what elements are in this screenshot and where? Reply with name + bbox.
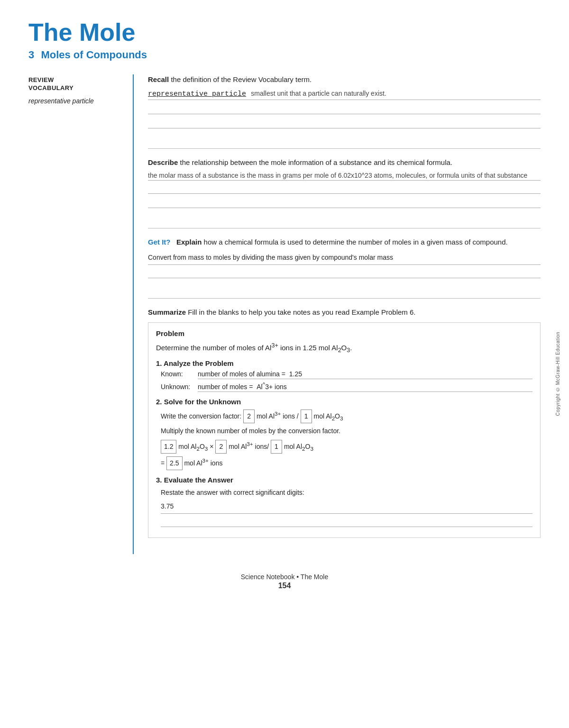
q1-vocab-handwritten: representative particle bbox=[148, 90, 246, 98]
section-heading: 3 Moles of Compounds bbox=[28, 49, 541, 61]
unknown-label: Unknown: bbox=[161, 383, 194, 391]
q1-bold: Recall bbox=[148, 75, 169, 83]
mult-mid1: mol Al2O3 × bbox=[178, 443, 213, 450]
problem-box: Problem Determine the number of moles of… bbox=[148, 322, 541, 538]
result-eq: = bbox=[161, 459, 165, 467]
divider-1 bbox=[148, 148, 541, 149]
q1-instruction-text: the definition of the Review Vocabulary … bbox=[171, 75, 312, 83]
question-1-block: Recall the definition of the Review Voca… bbox=[148, 74, 541, 137]
content-area: REVIEW VOCABULARY representative particl… bbox=[28, 74, 541, 554]
conversion-line: Write the conversion factor: 2 mol Al3+ … bbox=[161, 409, 532, 423]
q1-blank-line-2 bbox=[148, 118, 541, 128]
summarize-block: Summarize Fill in the blanks to help you… bbox=[148, 307, 541, 543]
evaluate-blank bbox=[161, 517, 532, 527]
q1-instruction: Recall the definition of the Review Voca… bbox=[148, 74, 541, 85]
mult-box-2: 2 bbox=[215, 440, 227, 454]
q3-bold: Explain bbox=[176, 238, 202, 246]
cf-end: mol Al2O3 bbox=[314, 412, 343, 420]
result-box: 2.5 bbox=[166, 456, 182, 470]
question-2-block: Describe the relationship between the mo… bbox=[148, 157, 541, 217]
left-sidebar: REVIEW VOCABULARY representative particl… bbox=[28, 74, 133, 554]
step3-content: Restate the answer with correct signific… bbox=[156, 487, 532, 527]
q2-answer-text: the molar mass of a substance is the mas… bbox=[148, 172, 527, 179]
page-main-title: The Mole bbox=[28, 19, 541, 46]
multiply-text: Multiply the known number of moles by th… bbox=[161, 425, 532, 437]
cf-mid: mol Al3+ ions / bbox=[257, 412, 299, 420]
section-title: Moles of Compounds bbox=[41, 49, 147, 61]
q3-blank-line-1 bbox=[148, 268, 541, 278]
unknown-value: number of moles = Al^3+ ions bbox=[198, 381, 532, 392]
problem-title: Problem bbox=[156, 329, 532, 337]
review-vocab-label: REVIEW VOCABULARY bbox=[28, 76, 123, 92]
summarize-label: Summarize bbox=[148, 308, 186, 316]
q1-blank-line-1 bbox=[148, 104, 541, 114]
q3-instruction-text: how a chemical formula is used to determ… bbox=[204, 238, 508, 246]
summarize-instruction-text: Fill in the blanks to help you take note… bbox=[188, 308, 415, 316]
known-row: Known: number of moles of alumina = 1.25 bbox=[161, 370, 532, 379]
right-content: Recall the definition of the Review Voca… bbox=[134, 74, 541, 554]
vocab-term: representative particle bbox=[28, 97, 123, 105]
cf-box-2: 1 bbox=[301, 410, 312, 423]
q1-answer-line: representative particle smallest unit th… bbox=[148, 89, 541, 100]
q2-instruction-text: the relationship between the mole inform… bbox=[180, 158, 452, 166]
divider-3 bbox=[148, 298, 541, 299]
mult-mid2: mol Al3+ ions/ bbox=[229, 443, 269, 450]
page-wrapper: The Mole 3 Moles of Compounds REVIEW VOC… bbox=[0, 0, 569, 728]
mult-end: mol Al2O3 bbox=[284, 443, 313, 450]
cf-box-1: 2 bbox=[243, 410, 255, 423]
q2-instruction: Describe the relationship between the mo… bbox=[148, 157, 541, 168]
unknown-value-text: Al^3+ ions bbox=[257, 383, 286, 391]
multiply-line: 1.2 mol Al2O3 × 2 mol Al3+ ions/ 1 mol A… bbox=[161, 439, 532, 454]
q3-answer-text: Convert from mass to moles by dividing t… bbox=[148, 254, 393, 261]
side-copyright: Copyright © McGraw-Hill Education bbox=[555, 332, 560, 416]
evaluate-text: Restate the answer with correct signific… bbox=[161, 487, 532, 499]
footer-page: 154 bbox=[28, 582, 541, 590]
q3-answer: Convert from mass to moles by dividing t… bbox=[148, 252, 541, 265]
q1-vocab-def: smallest unit that a particle can natura… bbox=[251, 90, 386, 97]
step1-content: Known: number of moles of alumina = 1.25… bbox=[156, 370, 532, 392]
step2-heading: 2. Solve for the Unknown bbox=[156, 398, 532, 406]
q3-instruction: Get It? Explain how a chemical formula i… bbox=[148, 237, 541, 248]
evaluate-value: 3.75 bbox=[161, 500, 532, 514]
q2-blank-line-1 bbox=[148, 183, 541, 194]
footer-label: Science Notebook • The Mole bbox=[241, 573, 328, 581]
step3-heading: 3. Evaluate the Answer bbox=[156, 476, 532, 484]
divider-2 bbox=[148, 228, 541, 228]
known-value: number of moles of alumina = 1.25 bbox=[198, 370, 532, 379]
result-end: mol Al3+ ions bbox=[184, 459, 222, 467]
get-it-label: Get It? bbox=[148, 238, 171, 246]
step2-content: Write the conversion factor: 2 mol Al3+ … bbox=[156, 409, 532, 470]
q2-blank-line-2 bbox=[148, 198, 541, 208]
known-label: Known: bbox=[161, 370, 194, 378]
mult-box-3: 1 bbox=[271, 440, 282, 454]
problem-text: Determine the number of moles of Al3+ io… bbox=[156, 342, 532, 354]
q2-answer: the molar mass of a substance is the mas… bbox=[148, 172, 541, 181]
result-line: = 2.5 mol Al3+ ions bbox=[161, 455, 532, 470]
unknown-row: Unknown: number of moles = Al^3+ ions bbox=[161, 381, 532, 392]
section-number: 3 bbox=[28, 49, 34, 61]
footer: Science Notebook • The Mole 154 bbox=[28, 573, 541, 590]
summarize-instruction: Summarize Fill in the blanks to help you… bbox=[148, 307, 541, 318]
known-value-num: 1.25 bbox=[289, 370, 302, 378]
step1-heading: 1. Analyze the Problem bbox=[156, 359, 532, 367]
q2-bold: Describe bbox=[148, 158, 178, 166]
mult-box-1: 1.2 bbox=[161, 440, 176, 454]
question-3-block: Get It? Explain how a chemical formula i… bbox=[148, 237, 541, 287]
